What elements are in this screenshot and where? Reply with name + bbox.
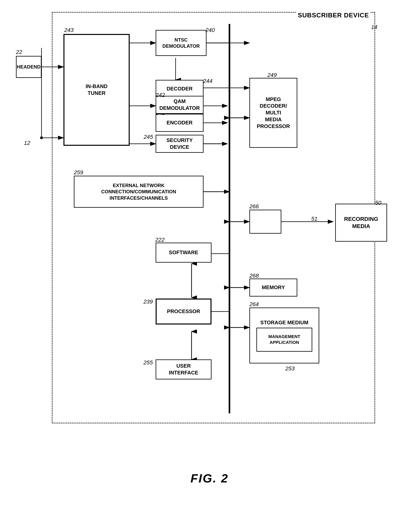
ref-12: 12 (24, 140, 30, 146)
ref-243: 243 (64, 27, 74, 33)
ref-266: 266 (249, 203, 259, 210)
in-band-tuner-block: IN-BAND TUNER (63, 34, 130, 146)
ref-242: 242 (156, 92, 165, 98)
ref-50: 50 (375, 200, 381, 206)
security-device-block: SECURITY DEVICE (156, 135, 203, 153)
storage-medium-block: STORAGE MEDIUM MANAGEMENT APPLICATION (249, 307, 319, 363)
management-app-block: MANAGEMENT APPLICATION (256, 328, 312, 352)
ref-253: 253 (285, 365, 295, 372)
headend-block: HEADEND (16, 56, 42, 78)
external-network-block: EXTERNAL NETWORK CONNECTION/COMMUNICATIO… (74, 176, 203, 208)
ntsc-demodulator-block: NTSC DEMODULATOR (156, 30, 207, 56)
ref-14: 14 (371, 24, 377, 30)
encoder-block: ENCODER (156, 114, 203, 132)
software-block: SOFTWARE (156, 243, 211, 263)
user-interface-block: USER INTERFACE (156, 360, 211, 379)
ref-264: 264 (249, 301, 259, 307)
processor-block: PROCESSOR (156, 299, 211, 324)
ref-22: 22 (16, 49, 22, 55)
ref-240: 240 (205, 27, 215, 33)
ref-244: 244 (203, 78, 212, 84)
ref-245: 245 (144, 134, 153, 140)
diagram-container: HEADEND 22 12 SUBSCRIBER DEVICE 14 IN-BA… (12, 8, 407, 491)
qam-demodulator-block: QAM DEMODULATOR (156, 96, 203, 114)
ref-249: 249 (267, 72, 277, 78)
ref-268: 268 (249, 273, 259, 279)
ref-222: 222 (155, 237, 165, 243)
memory-block: MEMORY (249, 279, 297, 297)
ref-51: 51 (311, 216, 317, 222)
figure-label: FIG. 2 (191, 471, 229, 485)
svg-point-10 (40, 136, 43, 139)
mpeg-decoder-block: MPEG DECODER/ MULTI MEDIA PROCESSOR (249, 78, 297, 148)
recording-media-block: RECORDING MEDIA (335, 204, 387, 242)
ref-259: 259 (74, 169, 83, 176)
ref-239: 239 (143, 299, 153, 305)
ref-255: 255 (143, 360, 153, 366)
subscriber-label: SUBSCRIBER DEVICE (296, 12, 370, 19)
block-266 (249, 210, 281, 234)
storage-medium-label: STORAGE MEDIUM (252, 319, 317, 326)
